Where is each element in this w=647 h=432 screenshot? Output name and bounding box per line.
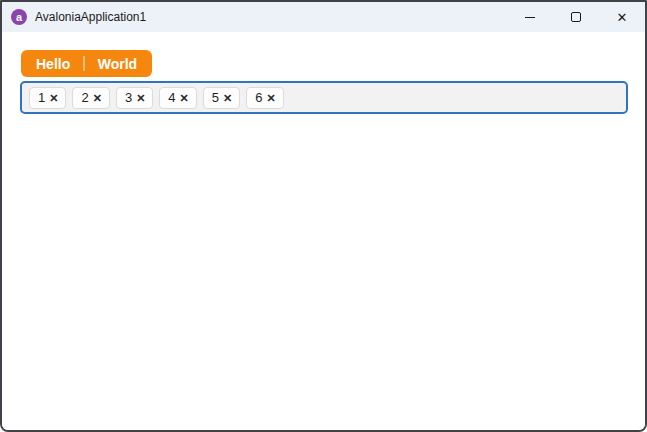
tag-chip: 5 ✕: [203, 87, 240, 109]
tab-world[interactable]: World: [85, 50, 150, 77]
app-window: a AvaloniaApplication1 ✕ Hello World 1 ✕: [0, 0, 647, 432]
tag-chip: 3 ✕: [116, 87, 153, 109]
tags-input[interactable]: 1 ✕ 2 ✕ 3 ✕ 4 ✕ 5 ✕ 6 ✕: [20, 81, 628, 114]
chip-remove-icon[interactable]: ✕: [136, 93, 145, 104]
tab-hello[interactable]: Hello: [23, 50, 83, 77]
titlebar[interactable]: a AvaloniaApplication1 ✕: [2, 2, 645, 32]
tag-chip: 2 ✕: [72, 87, 109, 109]
tag-chip: 6 ✕: [246, 87, 283, 109]
tag-chip: 4 ✕: [159, 87, 196, 109]
tab-strip: Hello World: [21, 50, 152, 77]
chip-remove-icon[interactable]: ✕: [93, 93, 102, 104]
chip-remove-icon[interactable]: ✕: [267, 93, 276, 104]
chip-label: 4: [168, 91, 175, 104]
window-title: AvaloniaApplication1: [35, 10, 146, 24]
chip-label: 6: [255, 91, 262, 104]
content-area: Hello World 1 ✕ 2 ✕ 3 ✕ 4 ✕ 5: [2, 32, 645, 430]
app-logo-letter: a: [16, 11, 22, 22]
app-logo-icon: a: [11, 9, 27, 25]
chip-label: 1: [38, 91, 45, 104]
maximize-button[interactable]: [553, 2, 599, 32]
close-icon: ✕: [617, 11, 628, 24]
chip-remove-icon[interactable]: ✕: [223, 93, 232, 104]
chip-remove-icon[interactable]: ✕: [49, 93, 58, 104]
chip-label: 3: [125, 91, 132, 104]
chip-label: 5: [212, 91, 219, 104]
chip-label: 2: [81, 91, 88, 104]
maximize-icon: [571, 12, 581, 22]
chip-remove-icon[interactable]: ✕: [180, 93, 189, 104]
minimize-button[interactable]: [507, 2, 553, 32]
tag-chip: 1 ✕: [29, 87, 66, 109]
minimize-icon: [525, 17, 535, 18]
close-button[interactable]: ✕: [599, 2, 645, 32]
